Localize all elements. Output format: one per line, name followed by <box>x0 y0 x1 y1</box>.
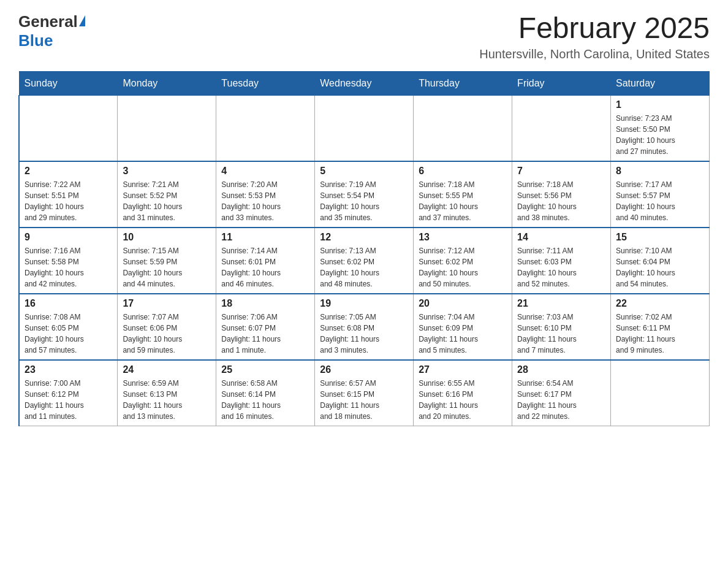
day-number: 15 <box>616 232 704 243</box>
day-number: 8 <box>616 166 704 177</box>
day-number: 12 <box>320 232 408 243</box>
calendar-week-row-0: 1Sunrise: 7:23 AM Sunset: 5:50 PM Daylig… <box>19 95 710 161</box>
day-info: Sunrise: 7:15 AM Sunset: 5:59 PM Dayligh… <box>123 245 211 289</box>
header-friday: Friday <box>512 71 611 95</box>
day-number: 14 <box>517 232 605 243</box>
day-info: Sunrise: 7:00 AM Sunset: 6:12 PM Dayligh… <box>25 378 112 422</box>
calendar-cell: 10Sunrise: 7:15 AM Sunset: 5:59 PM Dayli… <box>118 228 216 294</box>
calendar-cell: 28Sunrise: 6:54 AM Sunset: 6:17 PM Dayli… <box>512 360 611 426</box>
day-number: 7 <box>517 166 605 177</box>
calendar-cell: 3Sunrise: 7:21 AM Sunset: 5:52 PM Daylig… <box>118 161 216 228</box>
calendar-cell <box>611 360 710 426</box>
day-info: Sunrise: 7:17 AM Sunset: 5:57 PM Dayligh… <box>616 179 704 223</box>
calendar-cell: 20Sunrise: 7:04 AM Sunset: 6:09 PM Dayli… <box>414 294 512 360</box>
day-info: Sunrise: 7:02 AM Sunset: 6:11 PM Dayligh… <box>616 312 704 356</box>
calendar-cell: 26Sunrise: 6:57 AM Sunset: 6:15 PM Dayli… <box>315 360 414 426</box>
day-info: Sunrise: 7:07 AM Sunset: 6:06 PM Dayligh… <box>123 312 211 356</box>
calendar-cell <box>216 95 315 161</box>
calendar-table: Sunday Monday Tuesday Wednesday Thursday… <box>18 71 710 426</box>
day-number: 1 <box>616 99 704 110</box>
calendar-cell: 27Sunrise: 6:55 AM Sunset: 6:16 PM Dayli… <box>414 360 512 426</box>
day-number: 24 <box>123 364 211 375</box>
day-number: 16 <box>25 298 112 309</box>
day-info: Sunrise: 7:21 AM Sunset: 5:52 PM Dayligh… <box>123 179 211 223</box>
day-number: 6 <box>419 166 507 177</box>
logo-general-text: General <box>18 12 78 31</box>
day-number: 9 <box>25 232 112 243</box>
month-title: February 2025 <box>479 12 710 45</box>
day-info: Sunrise: 7:10 AM Sunset: 6:04 PM Dayligh… <box>616 245 704 289</box>
calendar-cell <box>512 95 611 161</box>
calendar-cell: 21Sunrise: 7:03 AM Sunset: 6:10 PM Dayli… <box>512 294 611 360</box>
header-saturday: Saturday <box>611 71 710 95</box>
weekday-header-row: Sunday Monday Tuesday Wednesday Thursday… <box>19 71 710 95</box>
calendar-cell: 17Sunrise: 7:07 AM Sunset: 6:06 PM Dayli… <box>118 294 216 360</box>
calendar-week-row-1: 2Sunrise: 7:22 AM Sunset: 5:51 PM Daylig… <box>19 161 710 228</box>
calendar-week-row-3: 16Sunrise: 7:08 AM Sunset: 6:05 PM Dayli… <box>19 294 710 360</box>
day-info: Sunrise: 7:05 AM Sunset: 6:08 PM Dayligh… <box>320 312 408 356</box>
calendar-cell: 15Sunrise: 7:10 AM Sunset: 6:04 PM Dayli… <box>611 228 710 294</box>
calendar-cell: 16Sunrise: 7:08 AM Sunset: 6:05 PM Dayli… <box>19 294 118 360</box>
day-info: Sunrise: 7:18 AM Sunset: 5:55 PM Dayligh… <box>419 179 507 223</box>
calendar-cell <box>414 95 512 161</box>
calendar-cell: 25Sunrise: 6:58 AM Sunset: 6:14 PM Dayli… <box>216 360 315 426</box>
day-info: Sunrise: 7:11 AM Sunset: 6:03 PM Dayligh… <box>517 245 605 289</box>
header-tuesday: Tuesday <box>216 71 315 95</box>
logo: General Blue <box>18 12 85 50</box>
day-info: Sunrise: 6:54 AM Sunset: 6:17 PM Dayligh… <box>517 378 605 422</box>
logo-blue: Blue <box>18 31 53 50</box>
calendar-cell: 5Sunrise: 7:19 AM Sunset: 5:54 PM Daylig… <box>315 161 414 228</box>
calendar-cell: 22Sunrise: 7:02 AM Sunset: 6:11 PM Dayli… <box>611 294 710 360</box>
day-number: 27 <box>419 364 507 375</box>
day-info: Sunrise: 6:57 AM Sunset: 6:15 PM Dayligh… <box>320 378 408 422</box>
day-info: Sunrise: 7:18 AM Sunset: 5:56 PM Dayligh… <box>517 179 605 223</box>
calendar-cell: 23Sunrise: 7:00 AM Sunset: 6:12 PM Dayli… <box>19 360 118 426</box>
day-info: Sunrise: 7:06 AM Sunset: 6:07 PM Dayligh… <box>221 312 309 356</box>
header-wednesday: Wednesday <box>315 71 414 95</box>
page-header: General Blue February 2025 Huntersville,… <box>18 12 710 61</box>
day-info: Sunrise: 6:59 AM Sunset: 6:13 PM Dayligh… <box>123 378 211 422</box>
calendar-cell: 14Sunrise: 7:11 AM Sunset: 6:03 PM Dayli… <box>512 228 611 294</box>
logo-triangle-icon <box>79 15 85 26</box>
day-info: Sunrise: 7:12 AM Sunset: 6:02 PM Dayligh… <box>419 245 507 289</box>
day-number: 13 <box>419 232 507 243</box>
day-number: 22 <box>616 298 704 309</box>
calendar-cell <box>118 95 216 161</box>
header-monday: Monday <box>118 71 216 95</box>
day-number: 25 <box>221 364 309 375</box>
calendar-cell: 4Sunrise: 7:20 AM Sunset: 5:53 PM Daylig… <box>216 161 315 228</box>
logo-general: General <box>18 12 85 31</box>
header-sunday: Sunday <box>19 71 118 95</box>
day-number: 20 <box>419 298 507 309</box>
day-number: 17 <box>123 298 211 309</box>
day-number: 3 <box>123 166 211 177</box>
day-number: 28 <box>517 364 605 375</box>
calendar-cell: 6Sunrise: 7:18 AM Sunset: 5:55 PM Daylig… <box>414 161 512 228</box>
day-info: Sunrise: 7:16 AM Sunset: 5:58 PM Dayligh… <box>25 245 112 289</box>
day-number: 21 <box>517 298 605 309</box>
calendar-cell: 19Sunrise: 7:05 AM Sunset: 6:08 PM Dayli… <box>315 294 414 360</box>
day-info: Sunrise: 7:23 AM Sunset: 5:50 PM Dayligh… <box>616 113 704 157</box>
calendar-cell <box>315 95 414 161</box>
title-section: February 2025 Huntersville, North Caroli… <box>479 12 710 61</box>
calendar-cell: 8Sunrise: 7:17 AM Sunset: 5:57 PM Daylig… <box>611 161 710 228</box>
calendar-cell: 18Sunrise: 7:06 AM Sunset: 6:07 PM Dayli… <box>216 294 315 360</box>
calendar-cell: 1Sunrise: 7:23 AM Sunset: 5:50 PM Daylig… <box>611 95 710 161</box>
day-info: Sunrise: 7:08 AM Sunset: 6:05 PM Dayligh… <box>25 312 112 356</box>
location-subtitle: Huntersville, North Carolina, United Sta… <box>479 47 710 61</box>
calendar-cell: 7Sunrise: 7:18 AM Sunset: 5:56 PM Daylig… <box>512 161 611 228</box>
day-info: Sunrise: 6:58 AM Sunset: 6:14 PM Dayligh… <box>221 378 309 422</box>
calendar-week-row-2: 9Sunrise: 7:16 AM Sunset: 5:58 PM Daylig… <box>19 228 710 294</box>
calendar-cell: 9Sunrise: 7:16 AM Sunset: 5:58 PM Daylig… <box>19 228 118 294</box>
day-info: Sunrise: 7:20 AM Sunset: 5:53 PM Dayligh… <box>221 179 309 223</box>
day-info: Sunrise: 7:19 AM Sunset: 5:54 PM Dayligh… <box>320 179 408 223</box>
day-info: Sunrise: 7:03 AM Sunset: 6:10 PM Dayligh… <box>517 312 605 356</box>
day-number: 26 <box>320 364 408 375</box>
day-number: 11 <box>221 232 309 243</box>
calendar-cell: 24Sunrise: 6:59 AM Sunset: 6:13 PM Dayli… <box>118 360 216 426</box>
day-info: Sunrise: 7:22 AM Sunset: 5:51 PM Dayligh… <box>25 179 112 223</box>
calendar-cell: 13Sunrise: 7:12 AM Sunset: 6:02 PM Dayli… <box>414 228 512 294</box>
calendar-week-row-4: 23Sunrise: 7:00 AM Sunset: 6:12 PM Dayli… <box>19 360 710 426</box>
calendar-cell: 12Sunrise: 7:13 AM Sunset: 6:02 PM Dayli… <box>315 228 414 294</box>
day-number: 18 <box>221 298 309 309</box>
